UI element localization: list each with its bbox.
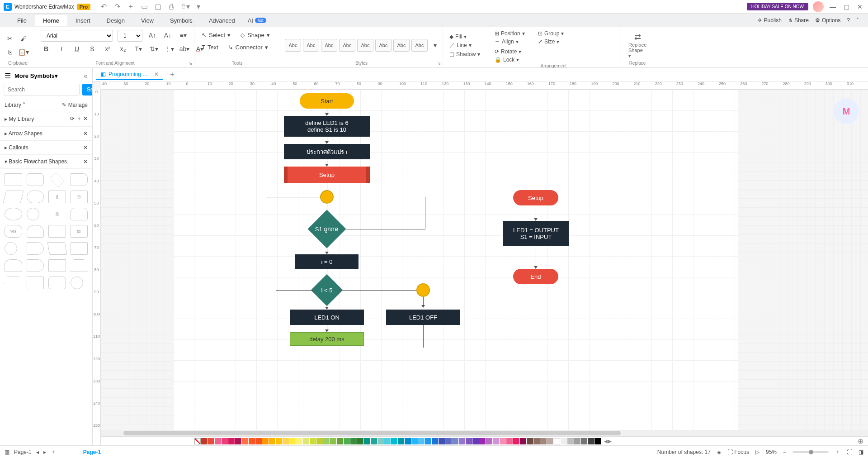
page-prev-icon[interactable]: ◂ (36, 449, 39, 455)
bullets-icon[interactable]: ⋮▾ (164, 43, 175, 54)
line-button[interactable]: ／ Line ▾ (448, 41, 482, 50)
options-link[interactable]: ⚙ Options (815, 17, 840, 24)
color-swatch[interactable] (323, 438, 330, 444)
zoom-out-icon[interactable]: − (783, 449, 786, 455)
style-swatch[interactable]: Abc (375, 39, 392, 52)
color-swatch[interactable] (554, 438, 560, 444)
color-swatch[interactable] (398, 438, 404, 444)
color-swatch[interactable] (452, 438, 458, 444)
increase-font-icon[interactable]: A↑ (147, 30, 158, 41)
color-swatch[interactable] (384, 438, 391, 444)
color-swatch[interactable] (262, 438, 269, 444)
shape-connector-2[interactable] (416, 283, 430, 297)
color-swatch[interactable] (500, 438, 506, 444)
page-add-icon[interactable]: ＋ (51, 448, 56, 456)
color-swatch[interactable] (350, 438, 357, 444)
style-swatch[interactable]: Abc (411, 39, 428, 52)
case-icon[interactable]: T▾ (133, 43, 144, 54)
color-swatch[interactable] (242, 438, 248, 444)
minimize-icon[interactable]: — (828, 2, 837, 11)
shape-connector-1[interactable] (320, 190, 334, 204)
maximize-icon[interactable]: ▢ (842, 2, 851, 11)
line-spacing-icon[interactable]: ⇅▾ (148, 43, 159, 54)
color-swatch[interactable] (296, 438, 302, 444)
menu-insert[interactable]: Insert (67, 15, 99, 26)
color-swatch[interactable] (540, 438, 547, 444)
shape-stack[interactable]: ▤ (71, 225, 88, 238)
copy-icon[interactable]: ⎘ (5, 47, 15, 57)
color-swatch[interactable] (337, 438, 343, 444)
color-none[interactable] (194, 438, 201, 444)
color-swatch[interactable] (255, 438, 262, 444)
paste-icon[interactable]: 📋▾ (18, 47, 29, 57)
help-icon[interactable]: ? (847, 17, 850, 24)
shape-manual[interactable] (47, 242, 67, 255)
fullscreen-icon[interactable]: ⛶ (847, 449, 852, 455)
shape-led-on[interactable]: LED1 ON (290, 310, 364, 325)
text-tool[interactable]: T Text (199, 42, 221, 52)
sale-badge[interactable]: HOLIDAY SALE ON NOW (747, 3, 808, 10)
subscript-icon[interactable]: x₂ (118, 43, 128, 54)
color-swatch[interactable] (547, 438, 553, 444)
color-swatch[interactable] (425, 438, 431, 444)
color-swatch[interactable] (344, 438, 350, 444)
collapse-ribbon-icon[interactable]: ˄ (856, 17, 859, 24)
publish-link[interactable]: ✈ Publish (758, 17, 782, 24)
canvas[interactable]: Start define LED1 is 6define S1 is 10 ปร… (101, 90, 868, 430)
shape-r-io[interactable]: LED1 = OUTPUTS1 = INPUT (503, 221, 569, 246)
section-basic-flowchart[interactable]: ▾ Basic Flowchart Shapes✕ (0, 155, 92, 169)
page-name-tab[interactable]: Page-1 (83, 449, 101, 455)
style-swatch[interactable]: Abc (357, 39, 373, 52)
color-swatch[interactable] (364, 438, 370, 444)
color-swatch[interactable] (418, 438, 425, 444)
shape-led-off[interactable]: LED1 OFF (386, 310, 460, 325)
shape-internal[interactable]: ⊞ (71, 191, 88, 203)
section-arrow-shapes[interactable]: ▸ Arrow Shapes✕ (0, 127, 92, 141)
menu-advanced[interactable]: Advanced (201, 15, 243, 26)
color-swatch[interactable] (486, 438, 492, 444)
shape-off-page[interactable] (27, 277, 44, 289)
ai-assistant-icon[interactable]: M (834, 99, 859, 124)
color-swatch[interactable] (371, 438, 377, 444)
shape-circle[interactable] (27, 208, 39, 220)
shape-doc[interactable] (71, 173, 88, 186)
underline-icon[interactable]: U (71, 43, 82, 54)
zoom-in-icon[interactable]: ＋ (835, 448, 840, 456)
print-icon[interactable]: ⎙ (167, 3, 175, 11)
shape-connector[interactable] (5, 242, 17, 255)
align-button[interactable]: ⫟ Align ▾ (493, 38, 533, 45)
shape-hex[interactable] (5, 277, 22, 289)
page-next-icon[interactable]: ▸ (43, 449, 46, 455)
share-link[interactable]: ⋔ Share (788, 17, 809, 24)
horizontal-scrollbar[interactable] (101, 430, 868, 436)
color-swatch[interactable] (567, 438, 574, 444)
font-expand-icon[interactable]: ↘ (189, 61, 192, 66)
color-swatch[interactable] (561, 438, 567, 444)
color-swatch[interactable] (445, 438, 452, 444)
style-swatch[interactable]: Abc (321, 39, 337, 52)
shape-r-end[interactable]: End (513, 269, 558, 284)
italic-icon[interactable]: I (56, 43, 67, 54)
bold-icon[interactable]: B (41, 43, 52, 54)
library-link[interactable]: Library ˄ (5, 102, 25, 108)
decrease-font-icon[interactable]: A↓ (162, 30, 173, 41)
shadow-button[interactable]: ▢ Shadow ▾ (448, 51, 482, 58)
size-button[interactable]: ⤢ Size ▾ (536, 38, 577, 45)
pages-icon[interactable]: ▥ (5, 449, 9, 455)
hamburger-icon[interactable]: ☰ (5, 72, 11, 80)
color-swatch[interactable] (235, 438, 241, 444)
align-icon[interactable]: ≡▾ (178, 30, 189, 41)
focus-button[interactable]: ⛶ Focus (727, 449, 749, 455)
shape-diamond[interactable] (50, 172, 65, 187)
shape-define[interactable]: define LED1 is 6define S1 is 10 (284, 116, 370, 137)
replace-shape-button[interactable]: ⇄ Replace Shape ▾ (624, 30, 651, 61)
redo-icon[interactable]: ↷ (113, 3, 121, 11)
shape-i0[interactable]: i = 0 (295, 254, 359, 269)
color-swatch[interactable] (574, 438, 580, 444)
close-icon[interactable]: ✕ (855, 2, 864, 11)
section-callouts[interactable]: ▸ Callouts✕ (0, 141, 92, 155)
group-button[interactable]: ⊡ Group ▾ (536, 30, 577, 37)
shape-tool[interactable]: ◇ Shape ▾ (238, 30, 273, 40)
color-swatch[interactable] (432, 438, 438, 444)
shape-delay[interactable] (27, 242, 44, 255)
